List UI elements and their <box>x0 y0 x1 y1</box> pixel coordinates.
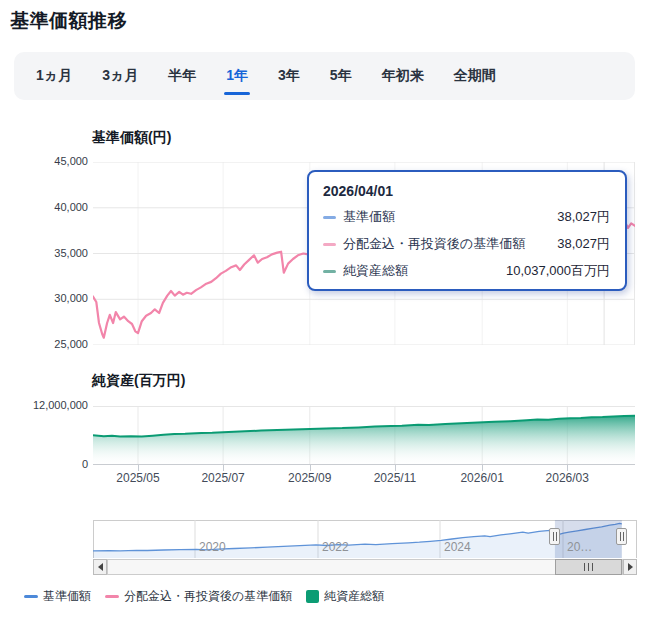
tooltip-series-label: 純資産総額 <box>343 262 408 280</box>
period-tab-1年[interactable]: 1年 <box>226 52 248 100</box>
legend-label: 純資産総額 <box>324 588 384 605</box>
scrollbar-track[interactable] <box>107 559 623 575</box>
series-dash-icon <box>323 270 336 273</box>
chart-tooltip: 2026/04/01 基準価額38,027円分配金込・再投資後の基準価額38,0… <box>307 170 627 291</box>
navigator-year-label: 20… <box>567 540 592 554</box>
active-tab-underline <box>224 92 250 95</box>
x-axis-label: 2025/07 <box>191 471 255 485</box>
period-tab-年初来[interactable]: 年初来 <box>382 52 424 100</box>
navigator-year-label: 2020 <box>199 540 226 554</box>
period-tab-3年[interactable]: 3年 <box>278 52 300 100</box>
y-axis-label: 25,000 <box>18 338 88 350</box>
scrollbar-thumb[interactable] <box>555 559 622 575</box>
scrollbar-left-button[interactable] <box>93 559 107 575</box>
y-axis-label: 30,000 <box>18 292 88 304</box>
series-dash-icon <box>323 216 336 219</box>
series-dash-icon <box>323 243 336 246</box>
navigator-year-label: 2022 <box>322 540 349 554</box>
tooltip-series-value: 10,037,000百万円 <box>506 262 610 280</box>
period-tab-全期間[interactable]: 全期間 <box>454 52 496 100</box>
legend-item[interactable]: 基準価額 <box>24 588 91 605</box>
left-arrow-icon <box>98 563 103 571</box>
period-tab-半年[interactable]: 半年 <box>168 52 196 100</box>
y-axis-label: 12,000,000 <box>18 399 88 411</box>
fund-price-panel: 基準価額推移 1ヵ月3ヵ月半年1年3年5年年初来全期間 基準価額(円) 純資産(… <box>0 0 649 621</box>
x-axis-label: 2026/01 <box>450 471 514 485</box>
y-axis-label: 0 <box>18 458 88 470</box>
tooltip-row: 基準価額38,027円 <box>323 208 610 226</box>
x-axis-label: 2025/11 <box>363 471 427 485</box>
page-title: 基準価額推移 <box>10 8 127 34</box>
y-axis-label: 45,000 <box>18 155 88 167</box>
tooltip-series-value: 38,027円 <box>557 208 610 226</box>
price-chart-title: 基準価額(円) <box>92 129 171 147</box>
net-assets-area <box>93 416 635 465</box>
asset-chart-plot[interactable] <box>93 406 635 465</box>
legend-swatch <box>24 595 38 598</box>
legend-item[interactable]: 分配金込・再投資後の基準価額 <box>105 588 292 605</box>
legend-swatch <box>105 595 119 598</box>
tooltip-series-label: 分配金込・再投資後の基準価額 <box>343 235 525 253</box>
tooltip-row: 分配金込・再投資後の基準価額38,027円 <box>323 235 610 253</box>
scrollbar-right-button[interactable] <box>623 559 637 575</box>
period-tab-1ヵ月[interactable]: 1ヵ月 <box>36 52 72 100</box>
chart-legend: 基準価額分配金込・再投資後の基準価額純資産総額 <box>24 588 384 605</box>
legend-label: 分配金込・再投資後の基準価額 <box>124 588 292 605</box>
legend-item[interactable]: 純資産総額 <box>306 588 384 605</box>
period-tab-bar: 1ヵ月3ヵ月半年1年3年5年年初来全期間 <box>14 52 635 100</box>
legend-swatch <box>306 590 319 603</box>
x-axis-label: 2025/09 <box>278 471 342 485</box>
navigator-handle-left[interactable] <box>549 528 560 545</box>
x-axis-label: 2025/05 <box>106 471 170 485</box>
tooltip-series-label: 基準価額 <box>343 208 395 226</box>
period-tab-5年[interactable]: 5年 <box>330 52 352 100</box>
y-axis-label: 35,000 <box>18 247 88 259</box>
navigator-handle-right[interactable] <box>616 528 627 545</box>
tooltip-series-value: 38,027円 <box>557 235 610 253</box>
right-arrow-icon <box>628 563 633 571</box>
x-axis-label: 2026/03 <box>535 471 599 485</box>
legend-label: 基準価額 <box>43 588 91 605</box>
period-tab-3ヵ月[interactable]: 3ヵ月 <box>102 52 138 100</box>
y-axis-label: 40,000 <box>18 201 88 213</box>
navigator-year-label: 2024 <box>444 540 471 554</box>
asset-chart-title: 純資産(百万円) <box>92 372 185 390</box>
tooltip-date: 2026/04/01 <box>323 183 610 199</box>
tooltip-row: 純資産総額10,037,000百万円 <box>323 262 610 280</box>
